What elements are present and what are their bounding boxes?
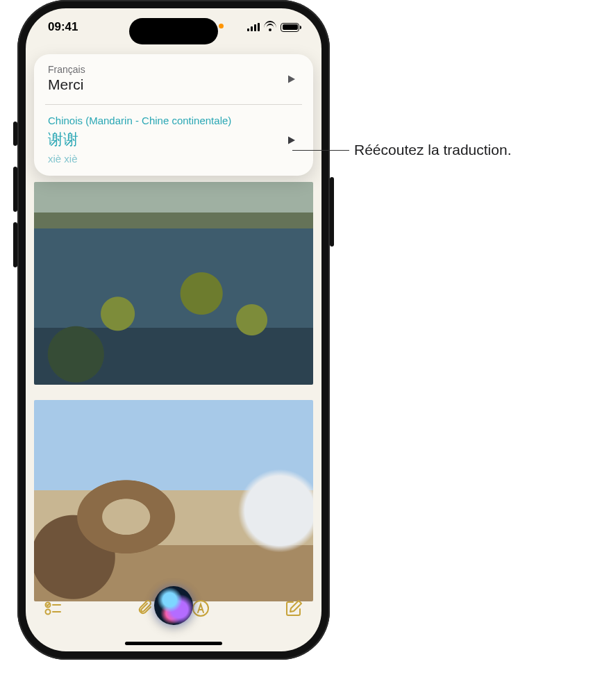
note-photo-2[interactable] (34, 400, 313, 601)
translation-target-row[interactable]: Chinois (Mandarin - Chine continentale) … (34, 105, 313, 176)
play-translation-button[interactable] (283, 131, 301, 149)
target-language-label: Chinois (Mandarin - Chine continentale) (48, 115, 299, 126)
play-source-button[interactable] (283, 70, 301, 88)
target-text: 谢谢 (48, 129, 299, 150)
home-indicator[interactable] (125, 642, 222, 645)
target-romanization: xiè xiè (48, 153, 299, 165)
siri-orb[interactable] (154, 586, 193, 625)
source-text: Merci (48, 76, 299, 93)
source-language-label: Français (48, 64, 299, 75)
battery-icon (281, 23, 299, 32)
svg-point-2 (46, 610, 51, 615)
callout-label: Réécoutez la traduction. (354, 142, 511, 158)
siri-translation-card: Français Merci Chinois (Mandarin - Chine… (34, 54, 313, 176)
attachment-icon[interactable] (137, 599, 156, 618)
iphone-frame: 09:41 Français Merci (17, 0, 330, 660)
mic-indicator-dot (219, 24, 224, 28)
checklist-icon[interactable] (44, 599, 63, 618)
callout-leader-line (292, 150, 349, 151)
dynamic-island[interactable] (129, 18, 218, 44)
screen: 09:41 Français Merci (26, 8, 321, 651)
translation-source-row[interactable]: Français Merci (34, 54, 313, 104)
play-icon (287, 74, 296, 84)
play-icon (287, 135, 296, 145)
side-button[interactable] (330, 177, 334, 247)
cellular-icon (247, 23, 260, 31)
markup-icon[interactable] (191, 599, 210, 618)
note-photo-1[interactable] (34, 182, 313, 385)
wifi-icon (264, 23, 276, 32)
status-time: 09:41 (48, 20, 78, 34)
compose-icon[interactable] (284, 599, 303, 618)
